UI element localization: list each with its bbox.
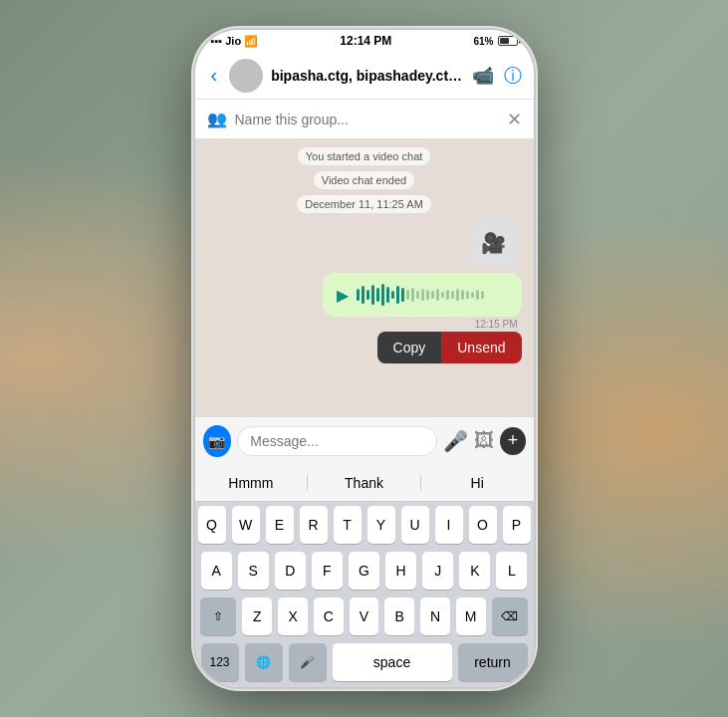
chat-area: You started a video chat Video chat ende… [195,139,534,416]
status-time: 12:14 PM [340,34,391,48]
key-t[interactable]: T [334,506,362,544]
photo-button[interactable]: 🖼 [474,429,494,452]
keyboard-mic-key[interactable]: 🎤 [289,643,327,681]
key-i[interactable]: I [435,506,463,544]
close-group-button[interactable]: ✕ [507,109,522,130]
key-s[interactable]: S [238,552,269,590]
video-button-container: 🎥 [470,219,518,267]
system-message-1: You started a video chat [298,147,431,165]
key-a[interactable]: A [201,552,232,590]
key-h[interactable]: H [385,552,416,590]
status-battery: 61% [473,36,517,47]
key-u[interactable]: U [401,506,429,544]
delete-key[interactable]: ⌫ [492,598,528,635]
voice-message-wrap: ▶ [323,273,522,330]
contact-name: bipasha.ctg, bipashadey.ctg... [271,68,463,84]
keyboard-row-3: ⇧ Z X C V B N M ⌫ [195,594,534,639]
key-f[interactable]: F [312,552,343,590]
key-e[interactable]: E [266,506,294,544]
play-button[interactable]: ▶ [337,286,349,305]
key-p[interactable]: P [503,506,531,544]
autocomplete-thank[interactable]: Thank [308,475,421,491]
keyboard-bottom-row: 123 🌐 🎤 space return [195,639,534,687]
battery-percent: 61% [473,36,493,47]
key-d[interactable]: D [275,552,306,590]
video-camera-icon: 🎥 [481,231,506,255]
system-message-2: Video chat ended [314,171,414,189]
key-z[interactable]: Z [242,598,272,635]
key-x[interactable]: X [278,598,308,635]
nav-icons: 📹 ⓘ [472,64,522,88]
context-menu: Copy Unsend [377,332,522,363]
plus-button[interactable]: + [500,427,525,455]
key-c[interactable]: C [314,598,344,635]
info-icon[interactable]: ⓘ [504,64,522,88]
group-name-bar: 👥 ✕ [195,100,534,139]
key-q[interactable]: Q [198,506,226,544]
date-label: December 11, 11:25 AM [297,195,431,213]
key-b[interactable]: B [384,598,414,635]
key-g[interactable]: G [349,552,379,590]
copy-button[interactable]: Copy [377,332,442,363]
space-key[interactable]: space [333,643,452,681]
key-k[interactable]: K [459,552,490,590]
key-l[interactable]: L [496,552,527,590]
voice-bubble[interactable]: ▶ [323,273,522,317]
keyboard-row-2: A S D F G H J K L [195,548,534,594]
key-v[interactable]: V [350,598,379,635]
battery-icon [498,36,518,46]
carrier-name: Jio [225,35,241,47]
globe-key[interactable]: 🌐 [245,643,283,681]
return-key[interactable]: return [458,643,528,681]
mic-button[interactable]: 🎤 [443,429,468,453]
avatar [229,59,263,93]
back-button[interactable]: ‹ [207,64,222,87]
message-input-bar: 📷 🎤 🖼 + [195,416,534,464]
key-y[interactable]: Y [367,506,395,544]
status-bar: ▪▪▪ Jio 📶 12:14 PM 61% [195,30,534,52]
autocomplete-hi[interactable]: Hi [421,475,534,491]
group-icon: 👥 [207,110,227,128]
group-name-input[interactable] [235,112,507,127]
key-n[interactable]: N [420,598,450,635]
autocomplete-hmmm[interactable]: Hmmm [195,475,309,491]
camera-button[interactable]: 📷 [203,425,232,457]
status-carrier: ▪▪▪ Jio 📶 [211,35,259,48]
autocomplete-row: Hmmm Thank Hi [195,464,534,502]
message-input[interactable] [237,426,437,456]
key-j[interactable]: J [422,552,453,590]
keyboard: Hmmm Thank Hi Q W E R T Y U I O P A S D … [195,464,534,687]
waveform [357,283,508,307]
shift-key[interactable]: ⇧ [200,598,236,635]
camera-icon: 📷 [208,433,225,449]
wifi-icon: 📶 [244,35,258,48]
key-m[interactable]: M [456,598,486,635]
keyboard-row-1: Q W E R T Y U I O P [195,502,534,548]
nav-bar: ‹ bipasha.ctg, bipashadey.ctg... 📹 ⓘ [195,52,534,100]
key-o[interactable]: O [469,506,497,544]
phone-frame: ▪▪▪ Jio 📶 12:14 PM 61% ‹ bipasha.ctg, bi… [195,30,534,687]
bubble-time: 12:15 PM [323,319,522,330]
key-r[interactable]: R [300,506,328,544]
video-call-icon[interactable]: 📹 [472,65,494,87]
key-w[interactable]: W [232,506,260,544]
video-button[interactable]: 🎥 [470,219,518,267]
unsend-button[interactable]: Unsend [441,332,521,363]
